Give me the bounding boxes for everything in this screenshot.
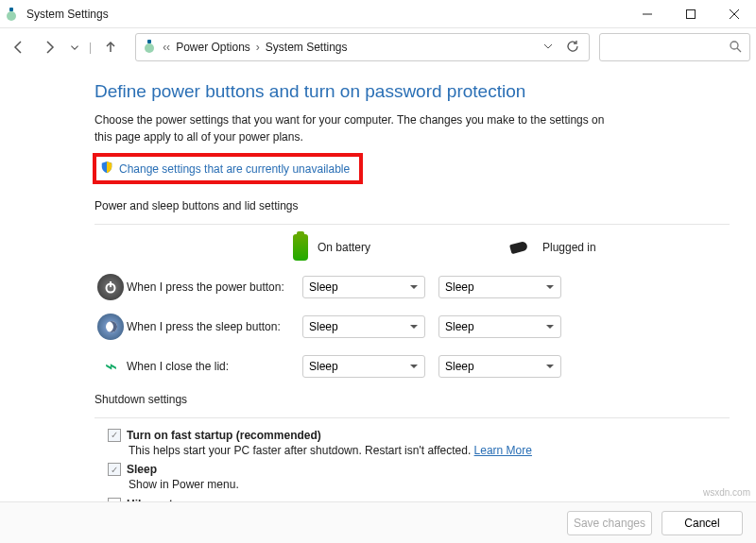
- battery-icon: [293, 234, 308, 261]
- address-bar[interactable]: ‹‹ Power Options › System Settings: [135, 33, 590, 61]
- refresh-button[interactable]: [566, 40, 579, 56]
- svg-rect-7: [147, 40, 151, 43]
- sleep-label: Sleep: [127, 463, 157, 476]
- svg-line-9: [737, 48, 741, 52]
- page-description: Choose the power settings that you want …: [94, 111, 624, 145]
- lid-battery-select[interactable]: Sleep: [302, 355, 425, 378]
- power-button-label: When I press the power button:: [127, 280, 302, 294]
- power-button-plugged-select[interactable]: Sleep: [438, 276, 561, 298]
- minimize-button[interactable]: [626, 0, 669, 27]
- sleep-button-icon: [97, 314, 124, 340]
- forward-button[interactable]: [36, 34, 62, 60]
- power-button-battery-select[interactable]: Sleep: [302, 276, 425, 298]
- lid-plugged-select[interactable]: Sleep: [438, 355, 561, 378]
- divider: [94, 417, 730, 418]
- buttons-section-title: Power and sleep buttons and lid settings: [94, 199, 730, 212]
- fast-startup-checkbox[interactable]: ✓: [108, 429, 121, 442]
- svg-point-6: [145, 43, 154, 53]
- learn-more-link[interactable]: Learn More: [474, 444, 532, 457]
- breadcrumb-system-settings[interactable]: System Settings: [266, 41, 348, 54]
- search-icon: [729, 40, 742, 56]
- divider: [94, 224, 730, 225]
- highlight-callout: Change settings that are currently unava…: [93, 153, 363, 184]
- separator: |: [87, 41, 94, 54]
- chevron-icon: ‹‹: [163, 41, 170, 54]
- lid-icon: ⌁: [97, 353, 124, 380]
- control-panel-icon: [142, 39, 157, 57]
- watermark: wsxdn.com: [703, 487, 750, 498]
- svg-point-0: [7, 11, 16, 21]
- page-heading: Define power buttons and turn on passwor…: [94, 81, 730, 102]
- close-button[interactable]: [713, 0, 756, 27]
- maximize-button[interactable]: [669, 0, 713, 27]
- svg-rect-1: [9, 8, 13, 11]
- control-panel-icon: [0, 7, 23, 22]
- window-title: System Settings: [23, 8, 626, 21]
- chevron-right-icon: ›: [256, 41, 260, 54]
- save-button[interactable]: Save changes: [567, 511, 652, 535]
- lid-row: ⌁ When I close the lid: Sleep Sleep: [94, 353, 730, 380]
- back-button[interactable]: [6, 34, 32, 60]
- shutdown-section-title: Shutdown settings: [94, 393, 730, 406]
- sleep-button-plugged-select[interactable]: Sleep: [438, 315, 561, 338]
- power-button-icon: [97, 274, 124, 300]
- plugged-in-label: Plugged in: [542, 241, 596, 254]
- breadcrumb-power-options[interactable]: Power Options: [176, 41, 250, 54]
- dropdown-chevron-icon[interactable]: [543, 41, 553, 54]
- change-settings-link[interactable]: Change settings that are currently unava…: [119, 162, 350, 176]
- lid-label: When I close the lid:: [127, 360, 302, 373]
- sleep-button-battery-select[interactable]: Sleep: [302, 315, 425, 338]
- fast-startup-label: Turn on fast startup (recommended): [127, 429, 321, 442]
- recent-locations-button[interactable]: [66, 34, 83, 60]
- cancel-button[interactable]: Cancel: [662, 511, 743, 535]
- on-battery-label: On battery: [318, 241, 370, 254]
- sleep-checkbox[interactable]: ✓: [108, 463, 121, 476]
- plug-icon: [510, 241, 533, 254]
- sleep-button-label: When I press the sleep button:: [127, 320, 302, 333]
- search-input[interactable]: [599, 33, 750, 61]
- svg-rect-3: [687, 9, 696, 18]
- svg-point-8: [730, 42, 738, 49]
- sleep-sub: Show in Power menu.: [129, 478, 730, 491]
- fast-startup-sub: This helps start your PC faster after sh…: [129, 444, 474, 457]
- sleep-button-row: When I press the sleep button: Sleep Sle…: [94, 314, 730, 340]
- up-button[interactable]: [97, 34, 124, 60]
- power-button-row: When I press the power button: Sleep Sle…: [94, 274, 730, 300]
- shield-icon: [100, 161, 113, 177]
